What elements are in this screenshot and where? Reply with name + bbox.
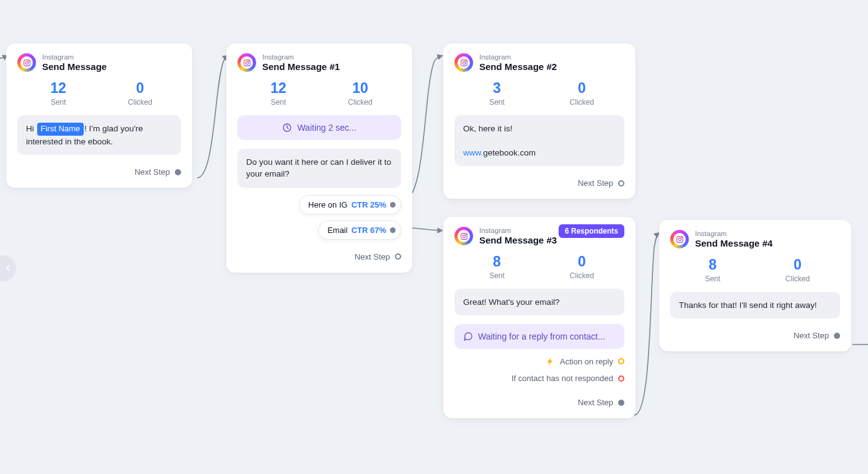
svg-point-14	[678, 238, 681, 240]
waiting-delay[interactable]: Waiting 2 sec...	[237, 115, 401, 140]
message-link[interactable]: www.	[463, 148, 483, 157]
quick-reply-here-on-ig[interactable]: Here on IG CTR 25%	[299, 195, 401, 214]
stat-clicked: 10 Clicked	[319, 81, 401, 106]
next-step-port[interactable]	[618, 180, 624, 187]
stat-sent: 12 Sent	[17, 81, 99, 106]
next-step-label: Next Step	[578, 178, 613, 188]
card-subtitle: Instagram	[695, 230, 773, 238]
condition-port[interactable]	[618, 375, 624, 382]
next-step-port[interactable]	[834, 333, 840, 339]
waiting-for-reply[interactable]: Waiting for a reply from contact...	[454, 324, 624, 349]
flow-card-send-message-3[interactable]: 6 Respondents Instagram Send Message #3 …	[443, 217, 636, 418]
message-preview[interactable]: Do you want it here or can I deliver it …	[237, 149, 401, 188]
next-step-label: Next Step	[135, 167, 170, 177]
next-step-port[interactable]	[395, 253, 401, 260]
respondents-badge: 6 Respondents	[559, 224, 624, 238]
back-button[interactable]	[0, 255, 16, 281]
svg-point-15	[681, 237, 681, 238]
card-subtitle: Instagram	[479, 53, 557, 61]
svg-point-12	[465, 234, 466, 235]
card-title: Send Message	[42, 61, 107, 72]
next-step-label: Next Step	[578, 398, 613, 407]
stat-sent: 8 Sent	[454, 254, 539, 279]
next-step-port[interactable]	[175, 169, 181, 175]
card-subtitle: Instagram	[262, 53, 340, 61]
next-step-label: Next Step	[794, 331, 829, 340]
variable-chip-first-name[interactable]: First Name	[37, 123, 84, 136]
flow-card-send-message-1[interactable]: Instagram Send Message #1 12 Sent 10 Cli…	[226, 43, 412, 273]
flow-card-send-message-4[interactable]: Instagram Send Message #4 8 Sent 0 Click…	[659, 220, 851, 351]
card-subtitle: Instagram	[479, 227, 557, 235]
card-title: Send Message #1	[262, 61, 340, 72]
card-title: Send Message #3	[479, 235, 557, 245]
condition-action-on-reply[interactable]: Action on reply	[454, 356, 624, 366]
message-preview[interactable]: Great! What's your email?	[454, 289, 624, 316]
instagram-icon	[17, 53, 36, 72]
stat-sent: 3 Sent	[454, 81, 539, 106]
stat-sent: 12 Sent	[237, 81, 319, 106]
instagram-icon	[237, 53, 256, 72]
condition-port[interactable]	[618, 358, 624, 364]
instagram-icon	[454, 227, 473, 245]
condition-no-response[interactable]: If contact has not responded	[454, 374, 624, 383]
bolt-icon	[545, 356, 555, 366]
message-preview[interactable]: Hi First Name! I'm glad you're intereste…	[17, 115, 181, 155]
svg-point-5	[248, 61, 249, 61]
stat-clicked: 0 Clicked	[539, 81, 624, 106]
card-title: Send Message #2	[479, 61, 557, 72]
flow-card-send-message-2[interactable]: Instagram Send Message #2 3 Sent 0 Click…	[443, 43, 636, 199]
next-step-label: Next Step	[355, 252, 390, 261]
stat-clicked: 0 Clicked	[99, 81, 181, 106]
card-subtitle: Instagram	[42, 53, 107, 61]
message-preview[interactable]: Thanks for that! I'll send it right away…	[670, 292, 840, 319]
card-title: Send Message #4	[695, 238, 773, 248]
quick-reply-port[interactable]	[390, 227, 396, 233]
quick-reply-port[interactable]	[390, 202, 396, 208]
quick-reply-email[interactable]: Email CTR 67%	[318, 221, 401, 240]
svg-point-8	[463, 61, 465, 64]
instagram-icon	[670, 230, 689, 248]
flow-card-send-message[interactable]: Instagram Send Message 12 Sent 0 Clicked…	[6, 43, 192, 188]
stat-clicked: 0 Clicked	[539, 254, 624, 279]
message-preview[interactable]: Ok, here it is! www.getebook.com	[454, 115, 624, 167]
svg-point-11	[463, 235, 465, 237]
svg-point-4	[246, 61, 248, 64]
clock-icon	[282, 123, 292, 133]
stat-sent: 8 Sent	[670, 257, 755, 283]
chat-icon	[463, 331, 473, 341]
stat-clicked: 0 Clicked	[755, 257, 840, 283]
svg-point-1	[25, 61, 28, 64]
instagram-icon	[454, 53, 473, 72]
svg-point-2	[28, 61, 29, 61]
svg-point-9	[465, 61, 466, 61]
next-step-port[interactable]	[618, 400, 624, 406]
